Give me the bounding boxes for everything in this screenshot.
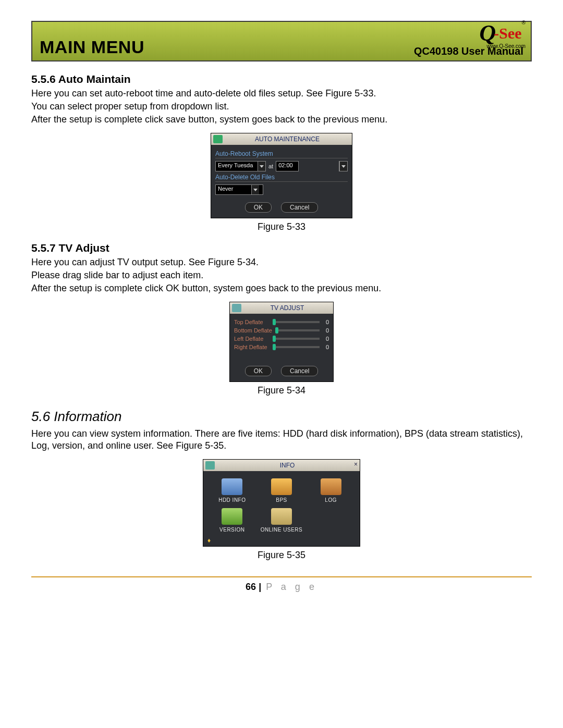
tv-value: 0 bbox=[323, 319, 329, 325]
text-556-2: You can select proper setup from dropdow… bbox=[31, 101, 532, 113]
page-header: MAIN MENU Q-See® www.Q-See.com QC40198 U… bbox=[31, 21, 532, 61]
text-557-2: Please drag slide bar to adjust each ite… bbox=[31, 269, 532, 281]
tv-label: Top Deflate bbox=[234, 319, 270, 325]
info-label: HDD INFO bbox=[209, 497, 256, 503]
tv-row: Right Deflate 0 bbox=[234, 344, 329, 350]
info-item-log[interactable]: LOG bbox=[307, 478, 354, 503]
maintenance-icon bbox=[213, 135, 223, 143]
online-users-icon bbox=[271, 508, 292, 525]
dialog-titlebar: INFO × bbox=[203, 460, 360, 471]
tv-value: 0 bbox=[323, 336, 329, 342]
info-item-bps[interactable]: BPS bbox=[258, 478, 305, 503]
label-auto-reboot: Auto-Reboot System bbox=[215, 150, 348, 158]
label-auto-delete: Auto-Delete Old Files bbox=[215, 174, 348, 182]
info-label: ONLINE USERS bbox=[258, 527, 305, 533]
dialog-auto-maintenance: AUTO MAINTENANCE Auto-Reboot System Ever… bbox=[211, 133, 352, 218]
combo-time[interactable]: 02:00 bbox=[276, 161, 299, 171]
hdd-icon bbox=[222, 478, 242, 495]
version-icon bbox=[222, 508, 242, 525]
tv-label: Left Deflate bbox=[234, 336, 270, 342]
heading-557: 5.5.7 TV Adjust bbox=[31, 242, 532, 254]
ok-button[interactable]: OK bbox=[245, 366, 272, 376]
tv-value: 0 bbox=[323, 327, 329, 334]
cancel-button[interactable]: Cancel bbox=[281, 366, 318, 376]
text-56-1: Here you can view system information. Th… bbox=[31, 428, 532, 452]
tv-label: Bottom Deflate bbox=[234, 327, 272, 334]
text-556-1: Here you can set auto-reboot time and au… bbox=[31, 88, 532, 100]
chevron-down-icon[interactable] bbox=[251, 185, 259, 194]
tv-value: 0 bbox=[323, 344, 329, 350]
text-557-3: After the setup is complete click OK but… bbox=[31, 282, 532, 294]
dialog-titlebar: AUTO MAINTENANCE bbox=[211, 133, 352, 145]
dialog-titlebar: TV ADJUST bbox=[230, 302, 333, 314]
slider-bottom-deflate[interactable] bbox=[275, 329, 320, 331]
page-number: 66 | P a g e bbox=[31, 582, 532, 593]
ok-button[interactable]: OK bbox=[245, 202, 272, 213]
info-icon bbox=[205, 461, 215, 470]
page-word: P a g e bbox=[266, 582, 317, 592]
text-556-3: After the setup is complete click save b… bbox=[31, 114, 532, 126]
info-item-hdd[interactable]: HDD INFO bbox=[209, 478, 256, 503]
info-item-version[interactable]: VERSION bbox=[209, 508, 256, 533]
bulb-icon: ♦ bbox=[207, 537, 211, 544]
info-label: LOG bbox=[307, 497, 354, 503]
bps-icon bbox=[271, 478, 292, 495]
dialog-title: TV ADJUST bbox=[243, 304, 331, 312]
cancel-button[interactable]: Cancel bbox=[281, 202, 318, 213]
slider-left-deflate[interactable] bbox=[273, 338, 320, 340]
footer-rule bbox=[31, 576, 532, 577]
combo-day-value: Every Tuesda bbox=[216, 162, 258, 171]
tv-row: Left Deflate 0 bbox=[234, 336, 329, 342]
page-num: 66 bbox=[246, 582, 256, 592]
dialog-title: AUTO MAINTENANCE bbox=[225, 135, 350, 143]
tv-row: Top Deflate 0 bbox=[234, 319, 329, 325]
caption-533: Figure 5-33 bbox=[31, 221, 532, 232]
text-557-1: Here you can adjust TV output setup. See… bbox=[31, 256, 532, 268]
info-item-online-users[interactable]: ONLINE USERS bbox=[258, 508, 305, 533]
combo-day[interactable]: Every Tuesda bbox=[215, 161, 266, 171]
heading-56: 5.6 Information bbox=[31, 409, 532, 425]
dialog-tv-adjust: TV ADJUST Top Deflate 0 Bottom Deflate 0… bbox=[229, 302, 334, 382]
chevron-down-icon[interactable] bbox=[258, 162, 265, 171]
tv-label: Right Deflate bbox=[234, 344, 270, 350]
combo-time-arrow[interactable] bbox=[339, 161, 348, 171]
log-icon bbox=[321, 478, 341, 495]
slider-right-deflate[interactable] bbox=[273, 346, 320, 348]
tv-row: Bottom Deflate 0 bbox=[234, 327, 329, 334]
combo-time-value: 02:00 bbox=[276, 162, 298, 171]
slider-top-deflate[interactable] bbox=[273, 321, 320, 323]
caption-534: Figure 5-34 bbox=[31, 385, 532, 396]
chevron-down-icon[interactable] bbox=[339, 162, 347, 171]
logo-see-text: -See bbox=[494, 24, 521, 42]
tv-icon bbox=[232, 304, 241, 312]
label-at: at bbox=[268, 163, 273, 169]
main-menu-title: MAIN MENU bbox=[40, 37, 144, 57]
qsee-logo: Q-See® www.Q-See.com bbox=[480, 20, 525, 49]
combo-delete-value: Never bbox=[216, 185, 251, 194]
info-label: BPS bbox=[258, 497, 305, 503]
close-icon[interactable]: × bbox=[354, 461, 358, 468]
combo-delete[interactable]: Never bbox=[215, 184, 263, 195]
dialog-title: INFO bbox=[217, 462, 358, 469]
caption-535: Figure 5-35 bbox=[31, 550, 532, 561]
dialog-info: INFO × HDD INFO BPS LOG VERSION ONLI bbox=[203, 459, 360, 547]
info-empty bbox=[307, 508, 354, 533]
heading-556: 5.5.6 Auto Maintain bbox=[31, 73, 532, 85]
info-label: VERSION bbox=[209, 527, 256, 533]
